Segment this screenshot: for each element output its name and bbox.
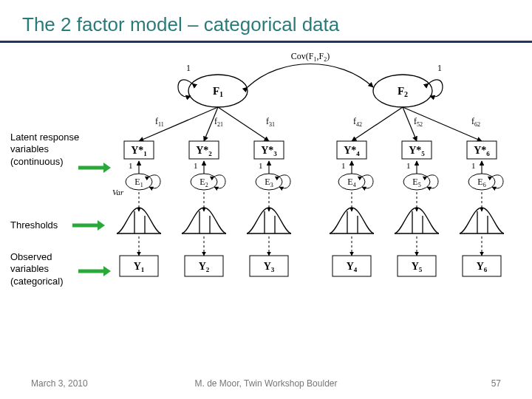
svg-text:1: 1 [129,161,133,170]
svg-line-8 [218,107,269,141]
arrow-icon [71,219,105,232]
svg-text:f42: f42 [353,116,362,128]
svg-text:1: 1 [194,161,198,170]
cov-label: Cov(F1,F2) [291,51,330,63]
arrow-icon [77,265,111,278]
page-title: The 2 factor model – categorical data [0,0,532,41]
svg-text:f62: f62 [471,116,480,128]
svg-text:f31: f31 [266,116,275,128]
svg-text:f11: f11 [155,116,164,128]
svg-text:f21: f21 [214,116,223,128]
factor1-variance-one: 1 [186,63,191,73]
svg-text:1: 1 [406,161,411,170]
footer-center: M. de Moor, Twin Workshop Boulder [0,378,532,389]
title-rule [0,41,532,43]
factor2-variance-one: 1 [437,63,442,73]
path-diagram: F1 F2 Cov(F1,F2) 1 1 f11 f21 f31 f42 f52… [103,50,517,338]
svg-marker-99 [103,266,111,276]
annot-thresholds: Thresholds [10,219,58,231]
svg-marker-95 [103,163,111,173]
svg-text:1: 1 [471,161,476,170]
svg-text:1: 1 [259,161,263,170]
footer-page: 57 [491,378,501,389]
svg-marker-97 [98,220,105,231]
var-label: Var [112,188,124,197]
svg-text:f52: f52 [414,116,423,128]
arrow-icon [77,161,111,174]
svg-text:1: 1 [341,161,346,170]
